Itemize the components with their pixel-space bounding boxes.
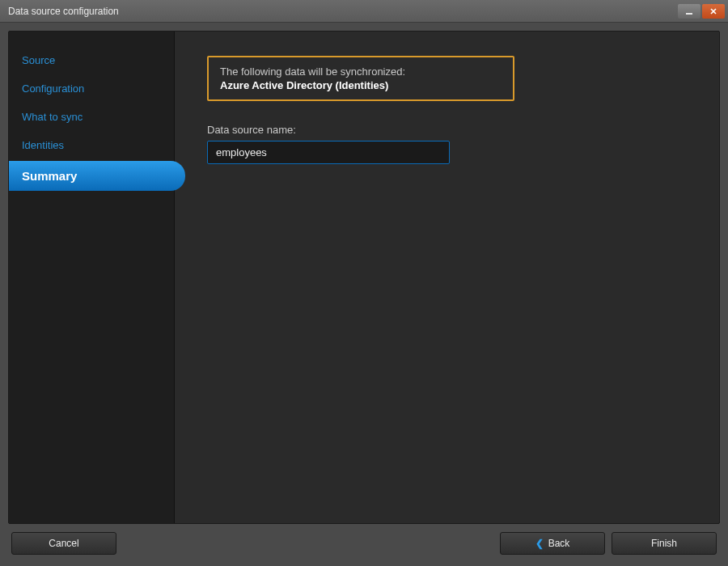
data-source-name-label: Data source name: xyxy=(207,124,687,136)
cancel-button[interactable]: Cancel xyxy=(11,532,116,555)
sidebar-item-identities[interactable]: Identities xyxy=(9,133,174,158)
sync-summary-callout: The following data will be synchronized:… xyxy=(207,56,514,101)
svg-rect-0 xyxy=(686,13,692,15)
sidebar-item-summary[interactable]: Summary xyxy=(9,161,185,191)
finish-button-label: Finish xyxy=(651,538,677,549)
chevron-left-icon: ❮ xyxy=(535,538,544,549)
finish-button[interactable]: Finish xyxy=(612,532,717,555)
dialog-window: Data source configuration Source Configu… xyxy=(0,0,728,566)
sync-target-text: Azure Active Directory (Identities) xyxy=(220,79,502,91)
sidebar-item-configuration[interactable]: Configuration xyxy=(9,76,174,101)
minimize-icon xyxy=(685,7,693,15)
summary-page: The following data will be synchronized:… xyxy=(175,32,719,523)
back-button[interactable]: ❮ Back xyxy=(500,532,605,555)
cancel-button-label: Cancel xyxy=(49,538,78,549)
sync-intro-text: The following data will be synchronized: xyxy=(220,65,502,78)
back-button-label: Back xyxy=(548,538,570,549)
titlebar: Data source configuration xyxy=(0,0,728,23)
sidebar-item-source[interactable]: Source xyxy=(9,48,174,73)
minimize-button[interactable] xyxy=(678,4,700,19)
window-controls xyxy=(678,4,725,19)
close-icon xyxy=(709,7,717,15)
dialog-footer: Cancel ❮ Back Finish xyxy=(8,524,720,558)
data-source-name-input[interactable] xyxy=(207,141,450,164)
window-title: Data source configuration xyxy=(8,6,119,17)
close-button[interactable] xyxy=(702,4,725,19)
footer-right-group: ❮ Back Finish xyxy=(500,532,717,555)
sidebar-item-what-to-sync[interactable]: What to sync xyxy=(9,104,174,129)
content-area: Source Configuration What to sync Identi… xyxy=(0,23,728,566)
wizard-sidebar: Source Configuration What to sync Identi… xyxy=(9,32,175,523)
main-panel: Source Configuration What to sync Identi… xyxy=(8,31,720,524)
